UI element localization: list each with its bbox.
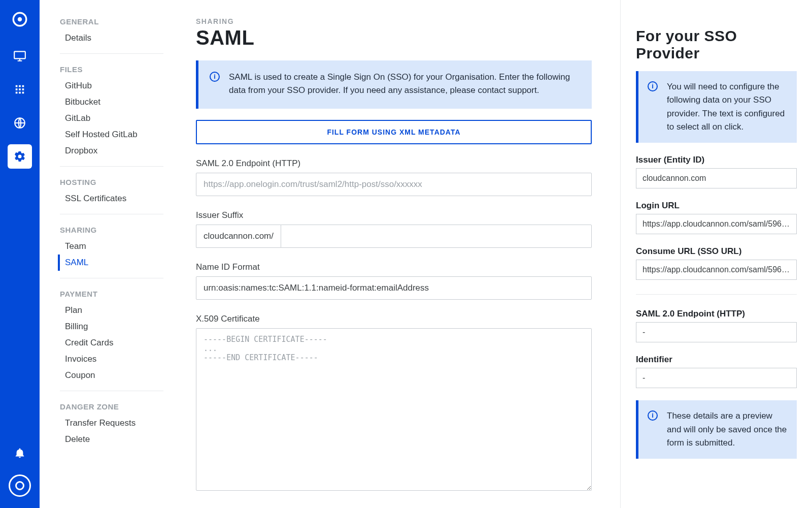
- monitor-icon[interactable]: [8, 44, 32, 68]
- sidebar-item-gitlab[interactable]: GitLab: [58, 110, 163, 126]
- sidebar-item-github[interactable]: GitHub: [58, 78, 163, 94]
- readonly-field-value[interactable]: https://app.cloudcannon.com/saml/5961/in…: [636, 214, 797, 234]
- readonly-field-label: SAML 2.0 Endpoint (HTTP): [636, 309, 797, 319]
- page-title: SAML: [196, 26, 592, 49]
- field-x509-certificate: X.509 Certificate: [196, 314, 592, 493]
- readonly-field: Login URLhttps://app.cloudcannon.com/sam…: [636, 201, 797, 234]
- readonly-field-label: Consume URL (SSO URL): [636, 246, 797, 257]
- svg-rect-6: [16, 88, 18, 90]
- sidebar-item-billing[interactable]: Billing: [58, 319, 163, 335]
- readonly-field: Issuer (Entity ID)cloudcannon.com: [636, 155, 797, 188]
- field-nameid-format: Name ID Format: [196, 262, 592, 300]
- svg-rect-2: [14, 51, 25, 58]
- sidebar-item-plan[interactable]: Plan: [58, 302, 163, 319]
- svg-point-1: [18, 17, 22, 22]
- sidebar-group-title: DANGER ZONE: [60, 402, 163, 411]
- sidebar-item-team[interactable]: Team: [58, 238, 163, 255]
- callout-text: You will need to configure the following…: [667, 80, 788, 134]
- divider: [60, 53, 163, 54]
- sidebar-group-title: SHARING: [60, 226, 163, 234]
- globe-icon[interactable]: [8, 111, 32, 135]
- readonly-field-value[interactable]: -: [636, 322, 797, 342]
- readonly-field-value[interactable]: https://app.cloudcannon.com/saml/5961/co…: [636, 260, 797, 280]
- sso-provider-aside: For your SSO Provider i You will need to…: [620, 0, 812, 508]
- callout-text: SAML is used to create a Single Sign On …: [229, 71, 578, 98]
- readonly-field: Identifier-: [636, 355, 797, 388]
- aside-preview-callout: i These details are a preview and will o…: [636, 400, 797, 459]
- logo-icon[interactable]: [8, 7, 32, 31]
- svg-rect-11: [22, 92, 24, 94]
- divider: [636, 294, 797, 295]
- divider: [60, 166, 163, 167]
- sidebar-item-saml[interactable]: SAML: [58, 255, 163, 271]
- divider: [60, 391, 163, 391]
- bell-icon[interactable]: [8, 441, 32, 465]
- breadcrumb: SHARING: [196, 17, 592, 25]
- sidebar-item-coupon[interactable]: Coupon: [58, 367, 163, 384]
- main-content: SHARING SAML i SAML is used to create a …: [176, 0, 620, 508]
- issuer-prefix: cloudcannon.com/: [196, 225, 281, 248]
- readonly-field: SAML 2.0 Endpoint (HTTP)-: [636, 309, 797, 342]
- sidebar-item-self-hosted-gitlab[interactable]: Self Hosted GitLab: [58, 126, 163, 143]
- issuer-suffix-input[interactable]: [281, 225, 592, 248]
- svg-rect-8: [22, 88, 24, 90]
- sidebar-item-invoices[interactable]: Invoices: [58, 351, 163, 367]
- sidebar-group-title: HOSTING: [60, 178, 163, 186]
- divider: [60, 214, 163, 214]
- readonly-field-label: Identifier: [636, 355, 797, 365]
- field-label: SAML 2.0 Endpoint (HTTP): [196, 158, 592, 169]
- info-icon: i: [648, 81, 658, 91]
- aside-info-callout: i You will need to configure the followi…: [636, 71, 797, 143]
- info-icon: i: [648, 410, 658, 421]
- svg-rect-3: [16, 85, 18, 87]
- info-icon: i: [210, 72, 220, 82]
- callout-text: These details are a preview and will onl…: [667, 409, 788, 450]
- sidebar-item-delete[interactable]: Delete: [58, 431, 163, 448]
- fill-from-xml-button[interactable]: FILL FORM USING XML METADATA: [196, 120, 592, 144]
- x509-certificate-textarea[interactable]: [196, 328, 592, 491]
- saml-endpoint-input[interactable]: [196, 173, 592, 196]
- sidebar-item-details[interactable]: Details: [58, 30, 163, 46]
- apps-icon[interactable]: [8, 77, 32, 102]
- svg-rect-4: [19, 85, 21, 87]
- sidebar-item-credit-cards[interactable]: Credit Cards: [58, 335, 163, 351]
- readonly-field-value[interactable]: -: [636, 368, 797, 388]
- svg-rect-9: [16, 92, 18, 94]
- svg-rect-7: [19, 88, 21, 90]
- nameid-format-input[interactable]: [196, 276, 592, 300]
- sidebar-item-ssl-certificates[interactable]: SSL Certificates: [58, 190, 163, 207]
- readonly-field-label: Issuer (Entity ID): [636, 155, 797, 165]
- sidebar-group-title: GENERAL: [60, 17, 163, 26]
- sidebar-item-transfer-requests[interactable]: Transfer Requests: [58, 415, 163, 431]
- account-logo-icon[interactable]: [8, 473, 32, 498]
- svg-rect-10: [19, 92, 21, 94]
- field-label: Issuer Suffix: [196, 210, 592, 220]
- sidebar-group-title: FILES: [60, 65, 163, 74]
- readonly-field: Consume URL (SSO URL)https://app.cloudca…: [636, 246, 797, 280]
- sidebar-group-title: PAYMENT: [60, 290, 163, 298]
- svg-rect-5: [22, 85, 24, 87]
- readonly-field-value[interactable]: cloudcannon.com: [636, 168, 797, 188]
- field-saml-endpoint: SAML 2.0 Endpoint (HTTP): [196, 158, 592, 196]
- field-issuer-suffix: Issuer Suffix cloudcannon.com/: [196, 210, 592, 248]
- aside-title: For your SSO Provider: [636, 27, 797, 62]
- field-label: Name ID Format: [196, 262, 592, 272]
- icon-rail: [0, 0, 40, 508]
- readonly-field-label: Login URL: [636, 201, 797, 211]
- saml-info-callout: i SAML is used to create a Single Sign O…: [196, 60, 592, 109]
- divider: [60, 278, 163, 278]
- gear-icon[interactable]: [8, 144, 32, 169]
- sidebar-item-bitbucket[interactable]: Bitbucket: [58, 94, 163, 110]
- field-label: X.509 Certificate: [196, 314, 592, 324]
- settings-sidebar: GENERALDetailsFILESGitHubBitbucketGitLab…: [40, 0, 176, 508]
- sidebar-item-dropbox[interactable]: Dropbox: [58, 143, 163, 159]
